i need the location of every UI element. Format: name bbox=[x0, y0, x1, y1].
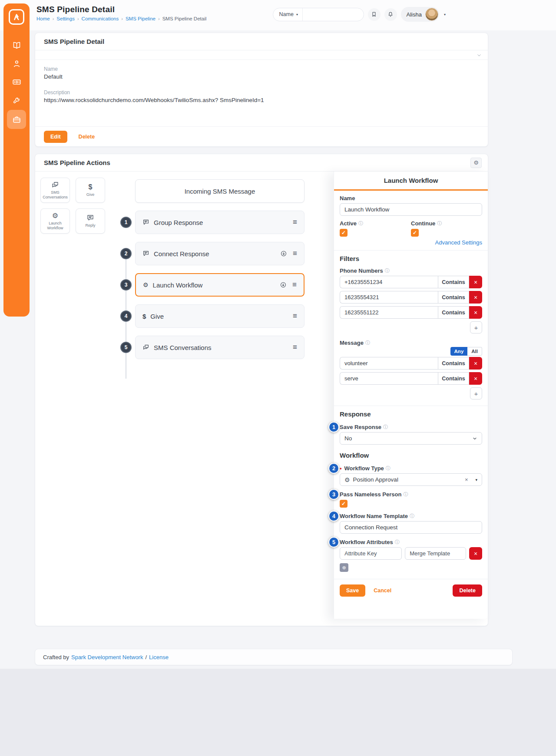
info-icon[interactable]: ⓘ bbox=[437, 220, 442, 227]
notifications-button[interactable] bbox=[384, 8, 397, 21]
cancel-link[interactable]: Cancel bbox=[374, 588, 391, 594]
info-icon[interactable]: ⓘ bbox=[383, 424, 388, 430]
drag-handle-icon[interactable]: ≡ bbox=[293, 249, 297, 258]
search-filter-dropdown[interactable]: Name ▾ bbox=[273, 8, 303, 21]
palette-launch-workflow[interactable]: ⚙ Launch Workflow bbox=[40, 208, 70, 234]
save-button[interactable]: Save bbox=[340, 584, 365, 597]
palette-give[interactable]: $ Give bbox=[76, 178, 105, 203]
rock-logo[interactable] bbox=[9, 9, 24, 25]
info-icon[interactable]: ⓘ bbox=[358, 220, 363, 227]
breadcrumb-communications[interactable]: Communications bbox=[82, 16, 119, 21]
active-checkbox[interactable]: ✓ bbox=[340, 229, 348, 237]
drag-handle-icon[interactable]: ≡ bbox=[293, 312, 297, 320]
sidebar-item-people[interactable] bbox=[7, 54, 26, 73]
step-connect-response[interactable]: Connect Response ≡ bbox=[135, 242, 304, 265]
collapse-toggle[interactable] bbox=[35, 50, 488, 60]
message-keyword-input[interactable] bbox=[340, 357, 438, 370]
step-sms-conversations[interactable]: SMS Conversations ≡ bbox=[135, 336, 304, 359]
response-heading: Response bbox=[340, 410, 482, 418]
panel-settings-button[interactable]: ⚙ bbox=[470, 158, 482, 168]
palette-label: Reply bbox=[84, 223, 96, 228]
continue-label: Continueⓘ bbox=[411, 220, 482, 227]
add-attribute-button[interactable]: ⊕ bbox=[340, 563, 348, 572]
remove-filter-button[interactable]: × bbox=[469, 306, 482, 319]
advanced-settings-link[interactable]: Advanced Settings bbox=[435, 239, 482, 246]
user-caret-down-icon[interactable]: ▾ bbox=[444, 13, 446, 17]
breadcrumb-sms-pipeline[interactable]: SMS Pipeline bbox=[126, 16, 156, 21]
info-icon[interactable]: ⓘ bbox=[365, 340, 370, 346]
info-icon[interactable]: ⓘ bbox=[395, 539, 400, 545]
step-number: 1 bbox=[120, 217, 132, 228]
sidebar-item-workspaces[interactable] bbox=[7, 110, 26, 129]
license-link[interactable]: License bbox=[149, 654, 169, 660]
info-icon[interactable]: ⓘ bbox=[403, 491, 408, 498]
workflow-type-select[interactable]: ⚙ Position Approval × ▾ bbox=[340, 473, 482, 486]
name-template-input[interactable] bbox=[340, 521, 482, 534]
download-icon[interactable] bbox=[280, 281, 287, 288]
info-icon[interactable]: ⓘ bbox=[386, 465, 391, 472]
download-icon[interactable] bbox=[280, 250, 287, 257]
panel-title: SMS Pipeline Actions bbox=[44, 159, 110, 166]
step-give[interactable]: $ Give ≡ bbox=[135, 304, 304, 328]
message-keyword-input[interactable] bbox=[340, 372, 438, 385]
delete-button[interactable]: Delete bbox=[453, 584, 482, 597]
drag-handle-icon[interactable]: ≡ bbox=[293, 343, 297, 352]
step-launch-workflow[interactable]: ⚙ Launch Workflow ≡ bbox=[135, 273, 304, 297]
drag-handle-icon[interactable]: ≡ bbox=[293, 218, 297, 227]
drag-handle-icon[interactable]: ≡ bbox=[292, 281, 297, 289]
step-label: Launch Workflow bbox=[153, 281, 203, 289]
message-filter-row: Contains × bbox=[340, 357, 482, 370]
action-palette: SMS Conversations $ Give ⚙ Launch Workfl… bbox=[40, 178, 105, 234]
gears-icon: ⚙ bbox=[52, 212, 58, 220]
caret-down-icon: ▾ bbox=[296, 13, 298, 17]
search-box[interactable]: Name ▾ bbox=[273, 8, 364, 21]
search-input[interactable] bbox=[303, 8, 364, 21]
spark-development-network-link[interactable]: Spark Development Network bbox=[71, 654, 143, 660]
add-phone-filter-button[interactable]: + bbox=[470, 321, 482, 333]
palette-reply[interactable]: Reply bbox=[76, 208, 105, 234]
merge-template-input[interactable] bbox=[405, 547, 466, 560]
chevron-down-icon bbox=[472, 436, 477, 441]
attribute-key-input[interactable] bbox=[340, 547, 402, 560]
all-toggle[interactable]: All bbox=[467, 347, 482, 356]
remove-attribute-button[interactable]: × bbox=[469, 547, 482, 560]
user-menu[interactable]: Alisha bbox=[401, 7, 439, 22]
workflow-heading: Workflow bbox=[340, 452, 482, 459]
info-icon[interactable]: ⓘ bbox=[385, 267, 390, 274]
bookmark-button[interactable] bbox=[368, 8, 381, 21]
remove-filter-button[interactable]: × bbox=[469, 357, 482, 370]
contains-operator-button[interactable]: Contains bbox=[438, 291, 469, 304]
comment-icon bbox=[142, 250, 149, 257]
contains-operator-button[interactable]: Contains bbox=[438, 372, 469, 385]
pass-nameless-checkbox[interactable]: ✓ bbox=[340, 500, 348, 508]
remove-filter-button[interactable]: × bbox=[469, 291, 482, 304]
phone-number-input[interactable] bbox=[340, 306, 438, 319]
palette-sms-conversations[interactable]: SMS Conversations bbox=[40, 178, 70, 203]
add-message-filter-button[interactable]: + bbox=[470, 387, 482, 399]
sidebar-item-tools[interactable] bbox=[7, 91, 26, 109]
breadcrumb-home[interactable]: Home bbox=[36, 16, 50, 21]
sidebar-item-library[interactable] bbox=[7, 36, 26, 54]
contains-operator-button[interactable]: Contains bbox=[438, 357, 469, 370]
phone-number-input[interactable] bbox=[340, 276, 438, 288]
sidebar-item-finance[interactable] bbox=[7, 73, 26, 91]
form-name-input[interactable] bbox=[340, 203, 482, 216]
bell-icon bbox=[387, 11, 394, 17]
remove-filter-button[interactable]: × bbox=[469, 372, 482, 385]
info-icon[interactable]: ⓘ bbox=[410, 513, 414, 519]
clear-selection-icon[interactable]: × bbox=[465, 476, 468, 483]
continue-checkbox[interactable]: ✓ bbox=[411, 229, 419, 237]
edit-button[interactable]: Edit bbox=[44, 131, 67, 143]
save-response-select[interactable]: No bbox=[340, 432, 482, 445]
delete-link[interactable]: Delete bbox=[79, 134, 95, 140]
name-value: Default bbox=[44, 73, 479, 80]
any-toggle[interactable]: Any bbox=[450, 347, 468, 356]
breadcrumb-settings[interactable]: Settings bbox=[56, 16, 75, 21]
phone-number-input[interactable] bbox=[340, 291, 438, 304]
contains-operator-button[interactable]: Contains bbox=[438, 306, 469, 319]
step-group-response[interactable]: Group Response ≡ bbox=[135, 211, 304, 234]
footer: Crafted by Spark Development Network / L… bbox=[35, 649, 513, 665]
contains-operator-button[interactable]: Contains bbox=[438, 276, 469, 288]
remove-filter-button[interactable]: × bbox=[469, 276, 482, 288]
caret-down-icon[interactable]: ▾ bbox=[475, 478, 477, 482]
